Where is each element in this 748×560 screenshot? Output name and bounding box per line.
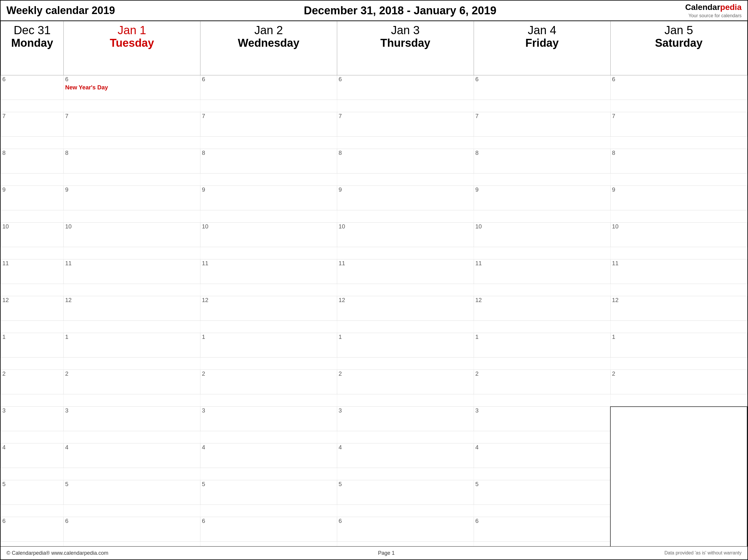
time-number: 6	[64, 75, 200, 83]
half-hour-cell	[200, 505, 337, 517]
time-cell: 6	[200, 517, 337, 542]
half-hour-cell	[337, 431, 474, 443]
half-hour-cell	[337, 100, 474, 112]
half-hour-cell	[610, 173, 747, 186]
footer-page: Page 1	[378, 550, 395, 556]
half-hour-cell	[1, 173, 64, 186]
time-number: 12	[64, 296, 200, 304]
time-number: 2	[611, 370, 747, 378]
time-cell: 1	[64, 333, 201, 357]
half-hour-cell	[1, 505, 64, 517]
time-cell: 10	[337, 223, 474, 247]
time-number: 12	[337, 296, 474, 304]
logo: Calendarpedia Your source for calendars	[685, 2, 742, 19]
half-hour-row	[1, 247, 747, 259]
time-cell: 2	[337, 370, 474, 394]
time-row: 33333Jan 6Sunday	[1, 406, 747, 431]
half-hour-cell	[64, 321, 201, 333]
half-hour-row	[1, 137, 747, 149]
time-number: 7	[611, 112, 747, 120]
half-hour-cell	[610, 321, 747, 333]
half-hour-cell	[200, 173, 337, 186]
time-cell: 11	[64, 259, 201, 284]
time-number: 7	[474, 112, 610, 120]
time-number: 2	[201, 370, 337, 378]
half-hour-cell	[200, 137, 337, 149]
half-hour-cell	[200, 284, 337, 296]
time-number: 10	[474, 223, 610, 231]
time-number: 12	[474, 296, 610, 304]
half-hour-row	[1, 173, 747, 186]
time-number: 1	[201, 333, 337, 341]
time-cell: 8	[474, 149, 610, 173]
time-number: 6	[474, 517, 610, 525]
time-cell: 4	[1, 443, 64, 468]
time-number: 8	[611, 149, 747, 157]
time-row: 111111111111	[1, 259, 747, 284]
time-row: 777777	[1, 112, 747, 137]
time-number: 7	[64, 112, 200, 120]
time-cell: 3	[474, 406, 610, 431]
time-row: 222222	[1, 370, 747, 394]
day-header-mon: Dec 31 Monday	[1, 21, 64, 75]
half-hour-cell	[64, 173, 201, 186]
time-number: 9	[64, 186, 200, 194]
time-cell: 10	[64, 223, 201, 247]
date-range: December 31, 2018 - January 6, 2019	[304, 4, 496, 17]
time-number: 6	[474, 75, 610, 83]
half-hour-cell	[1, 357, 64, 370]
time-cell: 1	[610, 333, 747, 357]
half-hour-cell	[1, 284, 64, 296]
half-hour-cell	[64, 247, 201, 259]
time-number: 6	[201, 75, 337, 83]
holiday-label: New Year's Day	[64, 83, 200, 92]
time-cell: 12	[610, 296, 747, 321]
page-title: Weekly calendar 2019	[6, 4, 115, 17]
half-hour-cell	[200, 357, 337, 370]
half-hour-cell	[337, 357, 474, 370]
half-hour-cell	[474, 542, 610, 546]
calendar-table: Dec 31 Monday Jan 1 Tuesday Jan 2 Wednes…	[1, 21, 747, 546]
time-cell: 12	[474, 296, 610, 321]
time-number: 4	[337, 443, 474, 451]
time-number: 5	[1, 480, 64, 488]
time-cell: 3	[1, 406, 64, 431]
half-hour-row	[1, 321, 747, 333]
half-hour-row	[1, 284, 747, 296]
time-cell: 7	[610, 112, 747, 137]
time-cell: 12	[1, 296, 64, 321]
time-number: 5	[474, 480, 610, 488]
day-header-tue: Jan 1 Tuesday	[64, 21, 201, 75]
half-hour-cell	[1, 247, 64, 259]
time-number: 4	[1, 443, 64, 451]
half-hour-cell	[610, 284, 747, 296]
fri-weekday: Friday	[475, 37, 609, 49]
half-hour-cell	[337, 542, 474, 546]
time-cell: 10	[610, 223, 747, 247]
half-hour-cell	[64, 357, 201, 370]
time-cell: 9	[64, 186, 201, 210]
wed-weekday: Wednesday	[202, 37, 336, 49]
time-cell: 10	[1, 223, 64, 247]
day-header-thu: Jan 3 Thursday	[337, 21, 474, 75]
time-number: 3	[201, 406, 337, 415]
half-hour-cell	[1, 137, 64, 149]
mon-weekday: Monday	[2, 37, 62, 49]
time-cell: 11	[610, 259, 747, 284]
half-hour-cell	[200, 100, 337, 112]
time-cell: 11	[337, 259, 474, 284]
time-cell: 6	[337, 75, 474, 100]
page-footer: © Calendarpedia® www.calendarpedia.com P…	[1, 546, 747, 559]
time-cell: 5	[1, 480, 64, 505]
half-hour-cell	[337, 505, 474, 517]
half-hour-cell	[337, 210, 474, 223]
half-hour-cell	[337, 321, 474, 333]
time-number: 7	[201, 112, 337, 120]
time-cell: 11	[474, 259, 610, 284]
time-cell: 6	[474, 75, 610, 100]
time-number: 10	[64, 223, 200, 231]
half-hour-cell	[474, 357, 610, 370]
thu-weekday: Thursday	[338, 37, 472, 49]
time-number: 6	[201, 517, 337, 525]
half-hour-cell	[64, 284, 201, 296]
